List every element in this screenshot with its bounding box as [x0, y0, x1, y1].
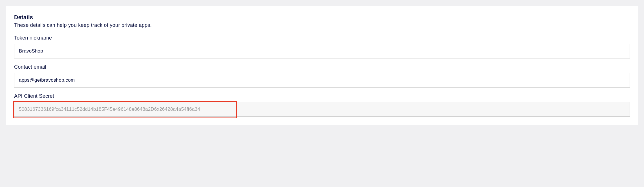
field-api-client-secret: API Client Secret: [14, 93, 630, 117]
token-nickname-input[interactable]: [14, 44, 630, 58]
section-title: Details: [14, 14, 630, 21]
section-description: These details can help you keep track of…: [14, 22, 630, 28]
contact-email-label: Contact email: [14, 64, 630, 70]
contact-email-input[interactable]: [14, 73, 630, 88]
secret-wrapper: [14, 102, 630, 117]
token-nickname-label: Token nickname: [14, 35, 630, 41]
api-client-secret-input[interactable]: [14, 102, 630, 117]
field-token-nickname: Token nickname: [14, 35, 630, 58]
api-client-secret-label: API Client Secret: [14, 93, 630, 99]
details-card: Details These details can help you keep …: [6, 6, 638, 125]
field-contact-email: Contact email: [14, 64, 630, 88]
